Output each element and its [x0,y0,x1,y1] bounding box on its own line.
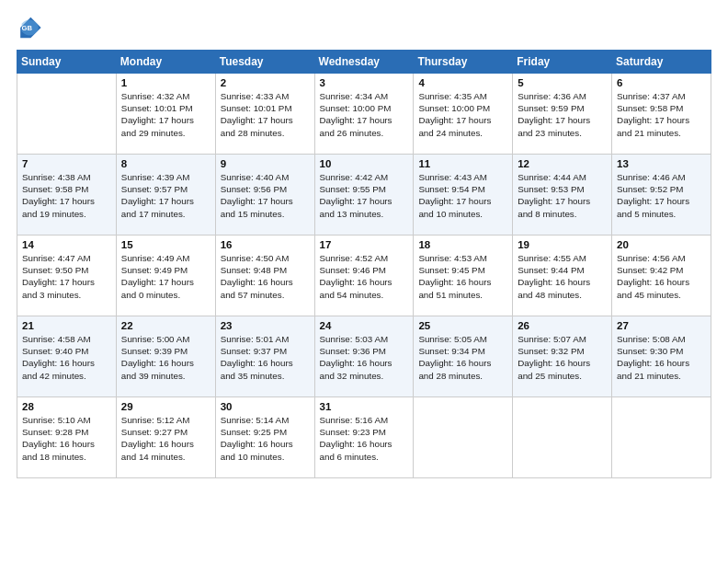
calendar-cell: 8Sunrise: 4:39 AM Sunset: 9:57 PM Daylig… [116,155,215,236]
day-number: 2 [221,77,310,88]
day-number: 15 [121,239,210,250]
day-info: Sunrise: 5:05 AM Sunset: 9:34 PM Dayligh… [418,333,507,382]
day-info: Sunrise: 4:35 AM Sunset: 10:00 PM Daylig… [418,90,507,139]
calendar-cell: 15Sunrise: 4:49 AM Sunset: 9:49 PM Dayli… [116,236,215,316]
day-number: 4 [418,77,507,88]
day-number: 18 [418,239,507,250]
calendar-cell: 1Sunrise: 4:32 AM Sunset: 10:01 PM Dayli… [116,74,215,155]
calendar-day-header: Monday [116,51,215,74]
calendar-cell: 29Sunrise: 5:12 AM Sunset: 9:27 PM Dayli… [116,397,215,478]
calendar-cell: 17Sunrise: 4:52 AM Sunset: 9:46 PM Dayli… [314,236,414,316]
calendar-cell: 27Sunrise: 5:08 AM Sunset: 9:30 PM Dayli… [612,316,711,397]
day-info: Sunrise: 4:42 AM Sunset: 9:55 PM Dayligh… [320,171,409,220]
day-info: Sunrise: 5:00 AM Sunset: 9:39 PM Dayligh… [121,333,210,382]
day-number: 9 [221,158,310,169]
day-info: Sunrise: 4:39 AM Sunset: 9:57 PM Dayligh… [121,171,210,220]
day-number: 31 [320,401,409,412]
calendar-cell: 28Sunrise: 5:10 AM Sunset: 9:28 PM Dayli… [17,397,117,478]
calendar-cell [414,397,513,478]
calendar-week-row: 28Sunrise: 5:10 AM Sunset: 9:28 PM Dayli… [17,397,711,478]
calendar-day-header: Thursday [414,51,513,74]
day-info: Sunrise: 4:44 AM Sunset: 9:53 PM Dayligh… [518,171,607,220]
day-info: Sunrise: 4:58 AM Sunset: 9:40 PM Dayligh… [22,333,111,382]
day-info: Sunrise: 4:33 AM Sunset: 10:01 PM Daylig… [221,90,310,139]
day-number: 28 [22,401,111,412]
calendar-week-row: 21Sunrise: 4:58 AM Sunset: 9:40 PM Dayli… [17,316,711,397]
day-number: 27 [617,320,706,331]
day-info: Sunrise: 5:10 AM Sunset: 9:28 PM Dayligh… [22,414,111,463]
header: GB [17,15,711,40]
day-number: 23 [221,320,310,331]
calendar-cell: 25Sunrise: 5:05 AM Sunset: 9:34 PM Dayli… [414,316,513,397]
day-number: 30 [221,401,310,412]
day-number: 20 [617,239,706,250]
day-info: Sunrise: 4:47 AM Sunset: 9:50 PM Dayligh… [22,252,111,301]
day-info: Sunrise: 4:37 AM Sunset: 9:58 PM Dayligh… [617,90,706,139]
calendar-cell: 24Sunrise: 5:03 AM Sunset: 9:36 PM Dayli… [314,316,414,397]
day-info: Sunrise: 4:34 AM Sunset: 10:00 PM Daylig… [320,90,409,139]
calendar-cell: 12Sunrise: 4:44 AM Sunset: 9:53 PM Dayli… [513,155,612,236]
calendar-week-row: 7Sunrise: 4:38 AM Sunset: 9:58 PM Daylig… [17,155,711,236]
day-info: Sunrise: 4:36 AM Sunset: 9:59 PM Dayligh… [518,90,607,139]
calendar-cell: 23Sunrise: 5:01 AM Sunset: 9:37 PM Dayli… [215,316,314,397]
calendar-cell: 2Sunrise: 4:33 AM Sunset: 10:01 PM Dayli… [215,74,314,155]
day-info: Sunrise: 4:50 AM Sunset: 9:48 PM Dayligh… [221,252,310,301]
calendar-cell: 18Sunrise: 4:53 AM Sunset: 9:45 PM Dayli… [414,236,513,316]
day-number: 3 [320,77,409,88]
calendar-header-row: SundayMondayTuesdayWednesdayThursdayFrid… [17,51,711,74]
calendar-week-row: 14Sunrise: 4:47 AM Sunset: 9:50 PM Dayli… [17,236,711,316]
day-number: 17 [320,239,409,250]
calendar-cell: 22Sunrise: 5:00 AM Sunset: 9:39 PM Dayli… [116,316,215,397]
day-info: Sunrise: 4:43 AM Sunset: 9:54 PM Dayligh… [418,171,507,220]
day-number: 7 [22,158,111,169]
day-info: Sunrise: 5:01 AM Sunset: 9:37 PM Dayligh… [221,333,310,382]
day-info: Sunrise: 5:07 AM Sunset: 9:32 PM Dayligh… [518,333,607,382]
day-info: Sunrise: 4:38 AM Sunset: 9:58 PM Dayligh… [22,171,111,220]
day-number: 26 [518,320,607,331]
calendar-cell: 10Sunrise: 4:42 AM Sunset: 9:55 PM Dayli… [314,155,414,236]
calendar-day-header: Saturday [612,51,711,74]
calendar-cell: 30Sunrise: 5:14 AM Sunset: 9:25 PM Dayli… [215,397,314,478]
day-info: Sunrise: 5:03 AM Sunset: 9:36 PM Dayligh… [320,333,409,382]
day-number: 8 [121,158,210,169]
day-info: Sunrise: 4:52 AM Sunset: 9:46 PM Dayligh… [320,252,409,301]
day-number: 12 [518,158,607,169]
calendar: SundayMondayTuesdayWednesdayThursdayFrid… [17,50,711,478]
day-info: Sunrise: 4:55 AM Sunset: 9:44 PM Dayligh… [518,252,607,301]
calendar-day-header: Wednesday [314,51,414,74]
day-number: 13 [617,158,706,169]
calendar-cell: 21Sunrise: 4:58 AM Sunset: 9:40 PM Dayli… [17,316,117,397]
calendar-day-header: Friday [513,51,612,74]
calendar-cell: 31Sunrise: 5:16 AM Sunset: 9:23 PM Dayli… [314,397,414,478]
calendar-cell: 11Sunrise: 4:43 AM Sunset: 9:54 PM Dayli… [414,155,513,236]
calendar-cell [17,74,117,155]
day-info: Sunrise: 4:49 AM Sunset: 9:49 PM Dayligh… [121,252,210,301]
calendar-cell: 19Sunrise: 4:55 AM Sunset: 9:44 PM Dayli… [513,236,612,316]
day-number: 29 [121,401,210,412]
day-number: 5 [518,77,607,88]
calendar-cell: 16Sunrise: 4:50 AM Sunset: 9:48 PM Dayli… [215,236,314,316]
day-info: Sunrise: 5:16 AM Sunset: 9:23 PM Dayligh… [320,414,409,463]
calendar-cell: 13Sunrise: 4:46 AM Sunset: 9:52 PM Dayli… [612,155,711,236]
calendar-week-row: 1Sunrise: 4:32 AM Sunset: 10:01 PM Dayli… [17,74,711,155]
day-number: 14 [22,239,111,250]
day-info: Sunrise: 4:56 AM Sunset: 9:42 PM Dayligh… [617,252,706,301]
calendar-day-header: Sunday [17,51,117,74]
calendar-cell: 9Sunrise: 4:40 AM Sunset: 9:56 PM Daylig… [215,155,314,236]
day-number: 16 [221,239,310,250]
day-info: Sunrise: 5:12 AM Sunset: 9:27 PM Dayligh… [121,414,210,463]
logo: GB [17,15,46,40]
calendar-cell: 14Sunrise: 4:47 AM Sunset: 9:50 PM Dayli… [17,236,117,316]
day-info: Sunrise: 5:14 AM Sunset: 9:25 PM Dayligh… [221,414,310,463]
day-info: Sunrise: 4:46 AM Sunset: 9:52 PM Dayligh… [617,171,706,220]
day-info: Sunrise: 4:53 AM Sunset: 9:45 PM Dayligh… [418,252,507,301]
day-number: 11 [418,158,507,169]
calendar-cell: 7Sunrise: 4:38 AM Sunset: 9:58 PM Daylig… [17,155,117,236]
day-info: Sunrise: 5:08 AM Sunset: 9:30 PM Dayligh… [617,333,706,382]
day-number: 1 [121,77,210,88]
day-info: Sunrise: 4:32 AM Sunset: 10:01 PM Daylig… [121,90,210,139]
calendar-day-header: Tuesday [215,51,314,74]
day-number: 25 [418,320,507,331]
day-number: 19 [518,239,607,250]
calendar-cell: 3Sunrise: 4:34 AM Sunset: 10:00 PM Dayli… [314,74,414,155]
